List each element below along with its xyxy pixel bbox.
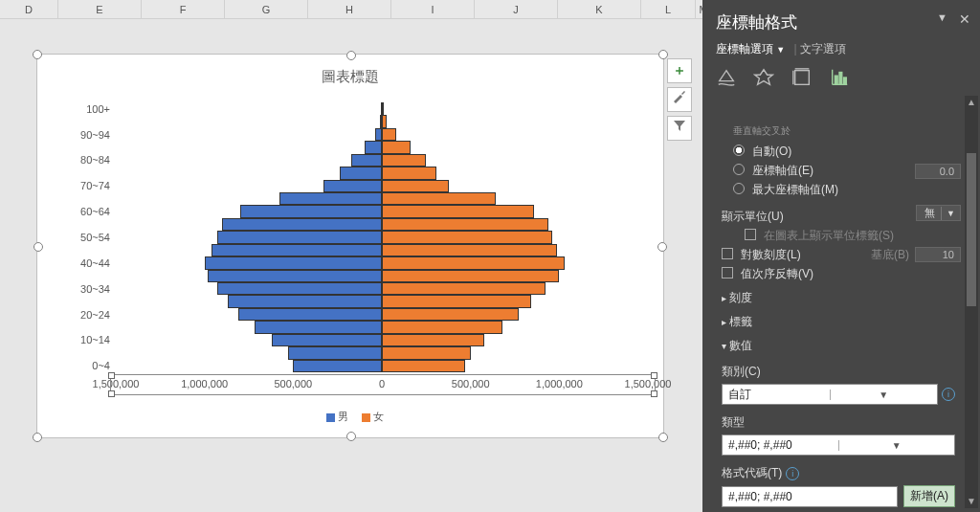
bar-male[interactable] [222, 218, 382, 231]
info-icon[interactable]: i [942, 388, 955, 401]
fill-line-icon[interactable] [716, 67, 741, 92]
scroll-thumb[interactable] [967, 153, 976, 306]
bar-female[interactable] [382, 321, 502, 333]
chart-add-element-button[interactable]: ＋ [667, 58, 692, 83]
bar-group[interactable] [116, 295, 648, 307]
bar-female[interactable] [382, 205, 534, 217]
bar-male[interactable] [365, 141, 382, 153]
bar-female[interactable] [382, 128, 396, 141]
pane-options-button[interactable]: ▼ [937, 11, 947, 23]
column-header[interactable]: D [0, 0, 58, 19]
number-category-dropdown[interactable]: 自訂▼ [722, 384, 938, 405]
number-code-add-button[interactable]: 新增(A) [903, 485, 955, 507]
section-number[interactable]: ▾數值 [718, 338, 961, 354]
chart-object[interactable]: 圖表標題 0~410~1420~2430~3440~4450~5460~6470… [36, 54, 664, 438]
resize-handle[interactable] [33, 433, 42, 442]
axis-options-icon[interactable] [829, 67, 854, 92]
bar-group[interactable] [116, 346, 648, 359]
bar-group[interactable] [116, 154, 648, 167]
bar-male[interactable] [375, 128, 382, 141]
axis-cross-value-field[interactable]: 0.0 [915, 164, 961, 179]
section-labels[interactable]: ▸標籤 [718, 314, 961, 330]
bar-group[interactable] [116, 128, 648, 141]
log-base-field[interactable]: 10 [915, 247, 961, 262]
bar-group[interactable] [116, 115, 648, 127]
chart-legend[interactable]: 男 女 [37, 410, 663, 424]
pane-scrollbar[interactable]: ▲ ▼ [965, 96, 978, 508]
bar-female[interactable] [382, 180, 449, 192]
number-type-dropdown[interactable]: #,##0; #,##0▼ [722, 434, 955, 456]
bar-female[interactable] [382, 270, 559, 282]
bar-female[interactable] [382, 192, 496, 205]
bar-group[interactable] [116, 205, 648, 217]
bar-female[interactable] [382, 282, 546, 295]
bar-female[interactable] [382, 141, 411, 153]
plot-area[interactable] [116, 102, 648, 372]
bar-male[interactable] [279, 192, 382, 205]
bar-group[interactable] [116, 102, 648, 115]
column-header[interactable]: G [225, 0, 308, 19]
bar-group[interactable] [116, 192, 648, 205]
section-ticks[interactable]: ▸刻度 [718, 290, 961, 306]
chart-styles-button[interactable] [667, 87, 692, 112]
resize-handle[interactable] [657, 242, 667, 252]
bar-female[interactable] [382, 256, 565, 269]
bar-male[interactable] [255, 321, 382, 333]
bar-male[interactable] [212, 244, 382, 256]
bar-male[interactable] [208, 270, 382, 282]
bar-female[interactable] [382, 115, 387, 127]
bar-group[interactable] [116, 321, 648, 333]
display-units-dropdown[interactable]: 無▼ [916, 205, 961, 221]
bar-male[interactable] [351, 154, 382, 167]
column-header[interactable]: J [475, 0, 558, 19]
bar-male[interactable] [340, 167, 382, 179]
bar-male[interactable] [238, 308, 382, 321]
radio-axis-cross-max[interactable]: 最大座標軸值(M) [733, 182, 961, 198]
bar-group[interactable] [116, 360, 648, 372]
bar-male[interactable] [272, 334, 382, 346]
number-code-field[interactable]: #,##0; #,##0 [722, 486, 898, 507]
scroll-up-arrow[interactable]: ▲ [965, 96, 978, 109]
size-properties-icon[interactable] [791, 67, 816, 92]
bar-female[interactable] [382, 346, 471, 359]
bar-female[interactable] [382, 295, 531, 307]
bar-group[interactable] [116, 334, 648, 346]
bar-group[interactable] [116, 256, 648, 269]
radio-axis-cross-value[interactable]: 座標軸值(E) [733, 163, 813, 179]
bar-female[interactable] [382, 102, 384, 115]
effects-icon[interactable] [753, 67, 778, 92]
x-axis-selection[interactable] [110, 374, 656, 395]
scroll-down-arrow[interactable]: ▼ [965, 495, 978, 508]
bar-group[interactable] [116, 282, 648, 295]
bar-female[interactable] [382, 167, 436, 179]
chk-reverse-order[interactable]: 值次序反轉(V) [722, 266, 961, 282]
bar-male[interactable] [217, 231, 382, 243]
column-header[interactable]: L [641, 0, 696, 19]
column-header[interactable]: F [142, 0, 225, 19]
bar-female[interactable] [382, 154, 426, 167]
bar-female[interactable] [382, 218, 548, 231]
bar-group[interactable] [116, 141, 648, 153]
column-header[interactable]: I [391, 0, 475, 19]
tab-axis-options[interactable]: 座標軸選項 ▼ [716, 41, 785, 57]
bar-male[interactable] [228, 295, 382, 307]
resize-handle[interactable] [33, 50, 42, 59]
chart-filter-button[interactable] [667, 116, 692, 141]
resize-handle[interactable] [33, 242, 43, 252]
bar-male[interactable] [323, 180, 382, 192]
column-header[interactable]: H [308, 0, 391, 19]
bar-group[interactable] [116, 270, 648, 282]
bar-female[interactable] [382, 231, 552, 243]
chk-log-scale[interactable]: 對數刻度(L) [722, 247, 801, 263]
bar-male[interactable] [293, 360, 382, 372]
bar-male[interactable] [217, 282, 382, 295]
bar-male[interactable] [240, 205, 382, 217]
radio-axis-cross-auto[interactable]: 自動(O) [733, 144, 961, 160]
bar-female[interactable] [382, 308, 519, 321]
bar-female[interactable] [382, 360, 465, 372]
bar-group[interactable] [116, 180, 648, 192]
resize-handle[interactable] [658, 433, 668, 442]
resize-handle[interactable] [346, 432, 356, 441]
bar-male[interactable] [288, 346, 382, 359]
bar-group[interactable] [116, 244, 648, 256]
